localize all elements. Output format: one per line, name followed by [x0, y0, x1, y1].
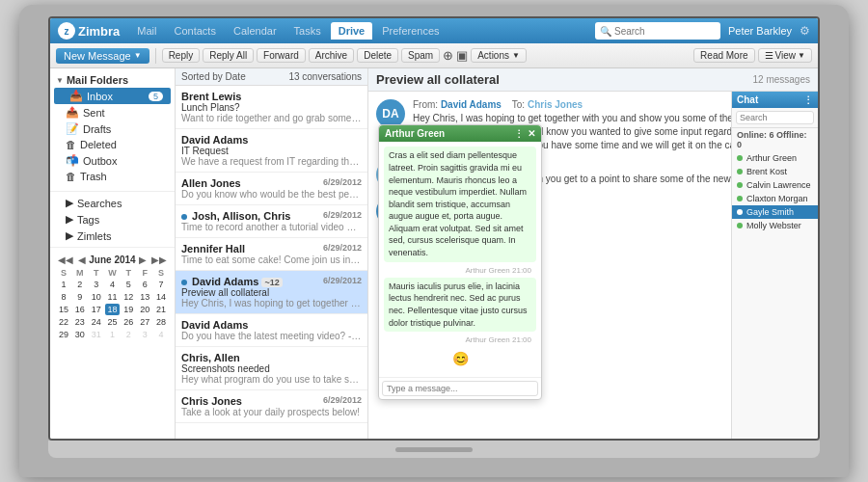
- cal-day-30[interactable]: 30: [72, 329, 88, 340]
- actions-button[interactable]: Actions ▼: [471, 48, 527, 63]
- tab-drive[interactable]: Drive: [331, 22, 373, 40]
- list-item[interactable]: Allen Jones 6/29/2012 Do you know who wo…: [176, 173, 367, 205]
- reply-button[interactable]: Reply: [162, 48, 201, 63]
- read-more-button[interactable]: Read More: [693, 48, 754, 63]
- tab-tasks[interactable]: Tasks: [286, 22, 329, 40]
- cal-day-31[interactable]: 31: [89, 329, 104, 340]
- chat-sidebar-title: Chat: [737, 94, 758, 105]
- list-item[interactable]: Chris, Allen Screenshots needed Hey what…: [176, 347, 367, 390]
- cal-day-23[interactable]: 23: [72, 316, 88, 328]
- toolbar-icon2[interactable]: ▣: [456, 48, 468, 63]
- cal-day-26[interactable]: 26: [121, 316, 136, 328]
- cal-day-25[interactable]: 25: [105, 316, 121, 328]
- cal-next-button[interactable]: ▶▶: [149, 254, 169, 265]
- cal-day-6[interactable]: 6: [137, 279, 152, 290]
- toolbar-icon1[interactable]: ⊕: [443, 48, 453, 63]
- tab-calendar[interactable]: Calendar: [226, 22, 285, 40]
- forward-button[interactable]: Forward: [257, 48, 306, 63]
- chat-contact-brent[interactable]: Brent Kost: [732, 165, 818, 178]
- search-box[interactable]: 🔍: [595, 22, 720, 40]
- cal-day-8[interactable]: 8: [56, 291, 71, 303]
- list-item[interactable]: Brent Lewis Lunch Plans? Want to ride to…: [176, 86, 367, 129]
- cal-day-9[interactable]: 9: [72, 291, 88, 303]
- chat-contact-calvin[interactable]: Calvin Lawrence: [732, 178, 818, 192]
- cal-day-20[interactable]: 20: [137, 304, 152, 315]
- list-header: Sorted by Date 13 conversations: [176, 68, 367, 86]
- sidebar-item-searches[interactable]: ▶ Searches: [50, 195, 175, 211]
- cal-day-n1[interactable]: 1: [105, 329, 121, 340]
- arthur-close-icon[interactable]: ✕: [528, 128, 535, 139]
- cal-day-24[interactable]: 24: [89, 316, 104, 328]
- cal-day-4[interactable]: 4: [105, 279, 121, 290]
- search-input[interactable]: [614, 26, 716, 37]
- email-date: 6/29/2012: [323, 243, 362, 254]
- settings-icon[interactable]: ⚙: [800, 24, 810, 38]
- cal-next-month-button[interactable]: ▶: [137, 254, 149, 265]
- sidebar-item-outbox[interactable]: 📬 Outbox: [50, 152, 175, 169]
- cal-day-28[interactable]: 28: [153, 316, 169, 328]
- cal-day-11[interactable]: 11: [105, 291, 121, 303]
- cal-day-16[interactable]: 16: [72, 304, 88, 315]
- cal-day-2[interactable]: 2: [72, 279, 88, 290]
- new-message-button[interactable]: New Message ▼: [56, 48, 149, 64]
- list-item[interactable]: David Adams Do you have the latest meeti…: [176, 314, 367, 347]
- archive-button[interactable]: Archive: [309, 48, 354, 63]
- cal-day-10[interactable]: 10: [89, 291, 104, 303]
- cal-day-3[interactable]: 3: [89, 279, 104, 290]
- sidebar-item-sent[interactable]: 📤 Sent: [50, 104, 175, 120]
- list-item-selected[interactable]: David Adams ~12 6/29/2012 Preview all co…: [176, 271, 367, 314]
- chat-contact-arthur[interactable]: Arthur Green: [732, 151, 818, 165]
- cal-day-1[interactable]: 1: [56, 279, 71, 290]
- tab-contacts[interactable]: Contacts: [167, 22, 224, 40]
- deleted-label: Deleted: [80, 139, 117, 150]
- email-preview: Hey what program do you use to take scre…: [181, 374, 362, 385]
- email-date: 6/29/2012: [323, 177, 362, 189]
- cal-day-15[interactable]: 15: [56, 304, 71, 315]
- cal-day-13[interactable]: 13: [137, 291, 152, 303]
- cal-day-19[interactable]: 19: [121, 304, 136, 315]
- list-item[interactable]: Chris Jones 6/29/2012 Take a look at you…: [176, 390, 367, 423]
- reply-all-button[interactable]: Reply All: [203, 48, 254, 63]
- cal-day-27[interactable]: 27: [137, 316, 152, 328]
- cal-day-18[interactable]: 18: [105, 304, 121, 315]
- arthur-menu-icon[interactable]: ⋮: [514, 128, 524, 139]
- cal-prev-button[interactable]: ◀◀: [56, 254, 75, 265]
- cal-day-12[interactable]: 12: [121, 291, 136, 303]
- cal-day-n3[interactable]: 3: [137, 329, 152, 340]
- view-button[interactable]: ☰ View ▼: [758, 48, 812, 63]
- chat-contact-gayle[interactable]: Gayle Smith: [732, 205, 818, 219]
- tab-preferences[interactable]: Preferences: [374, 22, 447, 40]
- tab-mail[interactable]: Mail: [129, 22, 164, 40]
- cal-day-17[interactable]: 17: [89, 304, 104, 315]
- list-item[interactable]: David Adams IT Request We have a request…: [176, 129, 367, 173]
- sidebar-item-tags[interactable]: ▶ Tags: [50, 211, 175, 228]
- cal-prev-month-button[interactable]: ◀: [76, 254, 88, 265]
- cal-day-22[interactable]: 22: [56, 316, 71, 328]
- sidebar-item-trash[interactable]: 🗑 Trash: [50, 169, 175, 184]
- cal-day-5[interactable]: 5: [121, 279, 136, 290]
- sidebar-divider-1: [50, 191, 175, 192]
- cal-day-7[interactable]: 7: [153, 279, 169, 290]
- spam-button[interactable]: Spam: [401, 48, 440, 63]
- sidebar-item-drafts[interactable]: 📝 Drafts: [50, 120, 175, 137]
- chat-search-input[interactable]: [736, 111, 814, 124]
- mail-folders-heading[interactable]: ▼ Mail Folders: [50, 72, 175, 88]
- chat-contact-claxton[interactable]: Claxton Morgan: [732, 192, 818, 205]
- tags-expand-icon: ▶: [66, 213, 73, 226]
- sidebar-item-deleted[interactable]: 🗑 Deleted: [50, 137, 175, 152]
- arthur-message-1: Cras a elit sed diam pellentesque latree…: [384, 147, 536, 261]
- cal-day-29[interactable]: 29: [56, 329, 71, 340]
- arthur-message-input[interactable]: [382, 381, 538, 396]
- sidebar-item-inbox[interactable]: 📥 Inbox 5: [54, 88, 171, 104]
- cal-day-14[interactable]: 14: [153, 291, 169, 303]
- sidebar-item-zimlets[interactable]: ▶ Zimlets: [50, 228, 175, 244]
- chat-sidebar-menu-icon[interactable]: ⋮: [803, 94, 813, 105]
- delete-button[interactable]: Delete: [357, 48, 398, 63]
- preview-panel: Preview all collateral 12 messages DA: [368, 68, 818, 439]
- list-item[interactable]: Jennifer Hall 6/29/2012 Time to eat some…: [176, 238, 367, 271]
- cal-day-n4[interactable]: 4: [153, 329, 169, 340]
- chat-contact-molly[interactable]: Molly Webster: [732, 219, 818, 232]
- cal-day-n2[interactable]: 2: [121, 329, 136, 340]
- cal-day-21[interactable]: 21: [153, 304, 169, 315]
- list-item[interactable]: Josh, Allison, Chris 6/29/2012 Time to r…: [176, 205, 367, 238]
